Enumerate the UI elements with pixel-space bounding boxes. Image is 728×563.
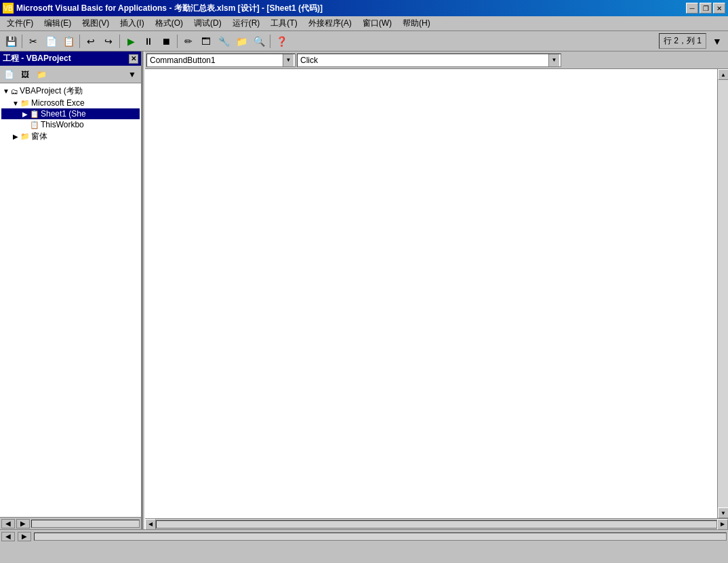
toolbar-sep-2 xyxy=(79,35,80,48)
tree-label-1: Microsoft Exce xyxy=(31,98,85,108)
project-hscroll-track[interactable] xyxy=(31,520,140,528)
tree-item-forms[interactable]: ▶ 📁 窗体 xyxy=(1,130,140,143)
toolbar-redo[interactable]: ↪ xyxy=(100,33,117,49)
menu-tools[interactable]: 工具(T) xyxy=(265,16,302,30)
toolbar-run[interactable]: ▶ xyxy=(123,33,139,49)
toolbar-help[interactable]: ❓ xyxy=(273,33,289,49)
horizontal-scrollbar[interactable]: ◀ ▶ xyxy=(145,518,728,529)
tree-item-thisworkbook[interactable]: 📋 ThisWorkbo xyxy=(1,119,140,130)
panel-toggle-folders[interactable]: 📁 xyxy=(34,67,49,82)
project-panel-toolbar: 📄 🖼 📁 ▼ xyxy=(0,66,141,83)
procedure-combo[interactable]: Click ▼ xyxy=(297,54,561,67)
toolbar-cut[interactable]: ✂ xyxy=(25,33,41,49)
object-combo-text: CommandButton1 xyxy=(148,56,283,65)
project-panel: 工程 - VBAProject ✕ 📄 🖼 📁 ▼ ▼ 🗂 VBAProject… xyxy=(0,51,142,529)
toolbar-userform[interactable]: 🗔 xyxy=(198,33,214,49)
toolbar: 💾 ✂ 📄 📋 ↩ ↪ ▶ ⏸ ⏹ ✏ 🗔 🔧 📁 🔍 ❓ 行 2，列 1 ▼ xyxy=(0,31,728,51)
tree-expand-3 xyxy=(20,121,30,129)
project-panel-close[interactable]: ✕ xyxy=(129,54,138,64)
hscroll-track[interactable] xyxy=(156,520,717,528)
toolbar-sep-3 xyxy=(119,35,120,48)
menu-edit[interactable]: 编辑(E) xyxy=(39,16,77,30)
tree-icon-4: 📁 xyxy=(20,132,30,141)
vertical-scrollbar[interactable]: ▲ ▼ xyxy=(717,69,728,518)
tree-expand-2: ▶ xyxy=(20,110,30,118)
toolbar-scroll[interactable]: ▼ xyxy=(709,33,725,49)
project-panel-title: 工程 - VBAProject xyxy=(3,53,71,64)
procedure-combo-text: Click xyxy=(299,56,548,65)
menu-view[interactable]: 视图(V) xyxy=(77,16,115,30)
menu-debug[interactable]: 调试(D) xyxy=(188,16,227,30)
toolbar-sep-5 xyxy=(270,35,270,48)
hscroll-right[interactable]: ▶ xyxy=(717,519,728,530)
tree-icon-0: 🗂 xyxy=(11,87,18,96)
menu-window[interactable]: 窗口(W) xyxy=(357,16,397,30)
menu-addins[interactable]: 外接程序(A) xyxy=(303,16,357,30)
code-area[interactable] xyxy=(145,69,717,518)
editor-container: CommandButton1 ▼ Click ▼ ▲ ▼ ◀ ▶ xyxy=(145,51,728,529)
object-combo[interactable]: CommandButton1 ▼ xyxy=(146,54,296,67)
close-button[interactable]: ✕ xyxy=(713,3,725,14)
toolbar-undo[interactable]: ↩ xyxy=(83,33,99,49)
panel-view-object[interactable]: 🖼 xyxy=(18,67,33,82)
menu-help[interactable]: 帮助(H) xyxy=(397,16,436,30)
tree-icon-3: 📋 xyxy=(30,121,39,129)
tree-label-2: Sheet1 (She xyxy=(41,109,86,119)
menu-bar: 文件(F) 编辑(E) 视图(V) 插入(I) 格式(O) 调试(D) 运行(R… xyxy=(0,16,728,31)
project-scroll-right[interactable]: ▶ xyxy=(16,519,30,528)
menu-run[interactable]: 运行(R) xyxy=(227,16,266,30)
title-bar-left: VB Microsoft Visual Basic for Applicatio… xyxy=(3,3,323,14)
tree-label-4: 窗体 xyxy=(31,131,47,142)
toolbar-properties[interactable]: 🔧 xyxy=(216,33,232,49)
editor-toolbar: CommandButton1 ▼ Click ▼ xyxy=(145,51,728,69)
tree-expand-4: ▶ xyxy=(11,133,20,140)
scroll-down-button[interactable]: ▼ xyxy=(718,507,728,518)
restore-button[interactable]: ❐ xyxy=(700,3,712,14)
project-tree: ▼ 🗂 VBAProject (考勤 ▼ 📁 Microsoft Exce ▶ … xyxy=(0,83,141,517)
panel-scroll[interactable]: ▼ xyxy=(125,67,140,82)
scroll-up-button[interactable]: ▲ xyxy=(718,69,728,80)
toolbar-right: 行 2，列 1 ▼ xyxy=(659,33,725,49)
procedure-combo-arrow[interactable]: ▼ xyxy=(548,54,559,66)
minimize-button[interactable]: ─ xyxy=(686,3,698,14)
bottom-bar: ◀ ▶ xyxy=(0,529,728,543)
menu-insert[interactable]: 插入(I) xyxy=(115,16,149,30)
toolbar-design[interactable]: ✏ xyxy=(180,33,197,49)
toolbar-sep-4 xyxy=(177,35,178,48)
toolbar-pause[interactable]: ⏸ xyxy=(140,33,157,49)
tree-expand-1: ▼ xyxy=(11,100,20,107)
toolbar-paste[interactable]: 📋 xyxy=(60,33,77,49)
bottom-scroll-right[interactable]: ▶ xyxy=(18,532,31,541)
hscroll-left[interactable]: ◀ xyxy=(145,519,156,530)
menu-file[interactable]: 文件(F) xyxy=(1,16,39,30)
editor-with-scroll: ▲ ▼ xyxy=(145,69,728,518)
title-bar: VB Microsoft Visual Basic for Applicatio… xyxy=(0,0,728,16)
toolbar-stop[interactable]: ⏹ xyxy=(158,33,174,49)
main-container: 工程 - VBAProject ✕ 📄 🖼 📁 ▼ ▼ 🗂 VBAProject… xyxy=(0,51,728,529)
title-text: Microsoft Visual Basic for Applications … xyxy=(16,3,323,14)
project-panel-header: 工程 - VBAProject ✕ xyxy=(0,51,141,66)
menu-format[interactable]: 格式(O) xyxy=(150,16,188,30)
row-col-display: 行 2，列 1 xyxy=(659,33,706,49)
tree-expand-0: ▼ xyxy=(1,87,11,95)
tree-item-msexcel[interactable]: ▼ 📁 Microsoft Exce xyxy=(1,98,140,108)
panel-view-code[interactable]: 📄 xyxy=(1,67,16,82)
scroll-track[interactable] xyxy=(718,80,728,507)
bottom-scroll-left[interactable]: ◀ xyxy=(1,532,15,541)
tree-item-sheet1[interactable]: ▶ 📋 Sheet1 (She xyxy=(1,108,140,119)
tree-icon-2: 📋 xyxy=(30,110,39,119)
toolbar-find[interactable]: 🔍 xyxy=(251,33,267,49)
tree-item-vbaproject[interactable]: ▼ 🗂 VBAProject (考勤 xyxy=(1,85,140,98)
tree-icon-1: 📁 xyxy=(20,99,30,108)
project-scroll-left[interactable]: ◀ xyxy=(1,519,15,528)
app-icon: VB xyxy=(3,3,14,14)
toolbar-copy[interactable]: 📄 xyxy=(43,33,59,49)
toolbar-project[interactable]: 📁 xyxy=(233,33,249,49)
tree-label-3: ThisWorkbo xyxy=(41,120,84,129)
title-bar-controls[interactable]: ─ ❐ ✕ xyxy=(686,3,725,14)
project-panel-bottom: ◀ ▶ xyxy=(0,517,141,529)
bottom-hscroll-track[interactable] xyxy=(34,533,727,541)
object-combo-arrow[interactable]: ▼ xyxy=(283,54,294,66)
tree-label-0: VBAProject (考勤 xyxy=(20,85,83,97)
toolbar-save[interactable]: 💾 xyxy=(3,33,19,49)
